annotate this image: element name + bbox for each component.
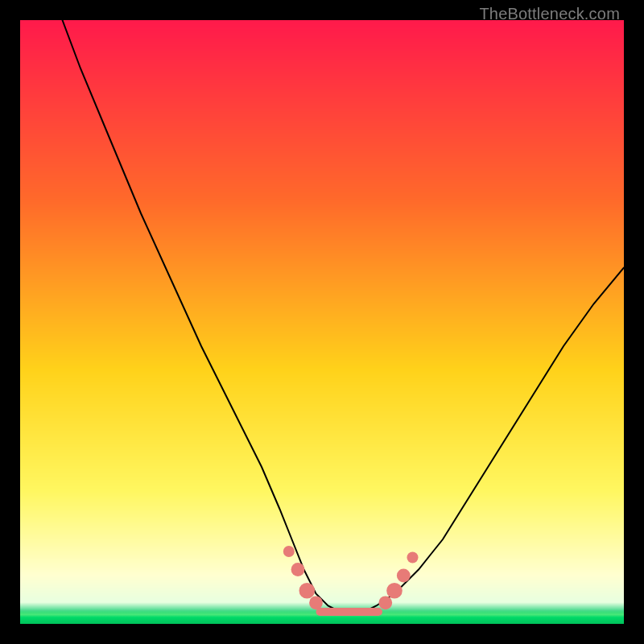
curve-markers <box>283 546 419 616</box>
svg-rect-0 <box>316 608 383 616</box>
svg-point-8 <box>407 552 419 564</box>
svg-point-4 <box>309 596 323 609</box>
svg-point-6 <box>386 583 402 599</box>
svg-point-2 <box>291 563 305 576</box>
svg-point-3 <box>299 583 316 599</box>
svg-point-1 <box>283 546 295 557</box>
plot-area <box>20 20 624 624</box>
curve-line <box>63 20 625 612</box>
svg-point-5 <box>378 596 392 609</box>
chart-frame: TheBottleneck.com <box>0 0 644 644</box>
bottleneck-curve <box>20 20 624 624</box>
svg-point-7 <box>397 569 411 583</box>
watermark-text: TheBottleneck.com <box>479 5 620 23</box>
